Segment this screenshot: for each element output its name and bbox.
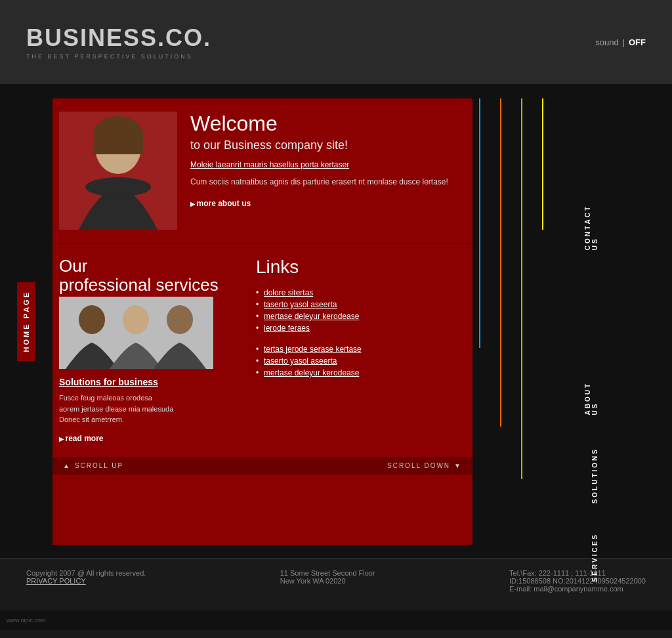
scroll-down-label: SCROLL DOWN xyxy=(387,462,450,469)
solutions-heading: Solutions for business xyxy=(59,377,243,387)
services-image xyxy=(59,297,213,369)
center-content: Welcome to our Business company site! Mo… xyxy=(52,98,472,545)
tab-about[interactable]: ABOUT US xyxy=(579,374,604,423)
team-photo xyxy=(59,297,213,369)
left-sidebar: HOME PAGE xyxy=(0,98,52,545)
link-item[interactable]: taserto yasol aseerta xyxy=(256,300,466,309)
scroll-bar: ▲ SCROLL UP SCROLL DOWN ▼ xyxy=(52,457,472,475)
sound-control[interactable]: sound | OFF xyxy=(595,37,646,47)
read-more-link[interactable]: read more xyxy=(59,434,104,443)
svg-point-7 xyxy=(123,305,149,334)
email-label: E-mail: mail@companynamme.com xyxy=(509,585,646,593)
welcome-image xyxy=(59,112,177,230)
person-illustration xyxy=(59,112,177,230)
sound-label: sound xyxy=(595,37,618,47)
tab-contact[interactable]: CONTACT US xyxy=(579,197,604,258)
tab-services[interactable]: SERVICES xyxy=(586,525,604,589)
svg-point-4 xyxy=(85,177,151,197)
sound-off-button[interactable]: OFF xyxy=(629,37,646,47)
welcome-subtitle: to our Business company site! xyxy=(190,138,459,152)
services-title-line2: professional services xyxy=(59,275,219,295)
nav-lines xyxy=(479,98,543,545)
welcome-body: Cum sociis natnatibus agnis dis parturie… xyxy=(190,176,459,188)
home-page-label[interactable]: HOME PAGE xyxy=(17,282,35,361)
links-group-1: dolore sitertas taserto yasol aseerta me… xyxy=(256,288,466,333)
tel-label: Tel.\Fax: 222-1111 ; 111-1111 xyxy=(509,569,646,577)
welcome-text: Welcome to our Business company site! Mo… xyxy=(190,112,459,230)
footer: Copyright 2007 @ All rights reserved. PR… xyxy=(0,558,672,610)
welcome-link[interactable]: Moleie laeanrit mauris hasellus porta ke… xyxy=(190,160,459,169)
privacy-policy-link[interactable]: PRIVACY POLICY xyxy=(26,577,86,585)
id-label: ID:15088508 NO:20141224095024522000 xyxy=(509,577,646,585)
footer-contact: Tel.\Fax: 222-1111 ; 111-1111 ID:1508850… xyxy=(509,569,646,593)
link-item[interactable]: tertas jerode serase kertase xyxy=(256,345,466,354)
services-column: Our professional services xyxy=(59,257,243,444)
logo-title: BUSINESS.CO. xyxy=(26,24,211,52)
link-item[interactable]: lerode feraes xyxy=(256,324,466,333)
address-line2: New York WA 02020 xyxy=(280,577,375,585)
svg-point-8 xyxy=(167,305,193,334)
services-links-section: Our professional services xyxy=(52,244,472,457)
logo-subtitle: THE BEST PERSPECTIVE SOLUTIONS xyxy=(26,53,211,60)
link-item[interactable]: dolore sitertas xyxy=(256,288,466,297)
main-wrapper: HOME PAGE xyxy=(0,85,672,558)
scroll-up-arrow: ▲ xyxy=(63,462,71,469)
footer-copyright: Copyright 2007 @ All rights reserved. PR… xyxy=(26,569,146,585)
watermark-bar: www.nipic.com xyxy=(0,610,672,630)
sound-divider: | xyxy=(623,37,625,47)
more-about-link[interactable]: more about us xyxy=(190,199,251,208)
svg-point-6 xyxy=(79,305,105,334)
links-group-2: tertas jerode serase kertase taserto yas… xyxy=(256,345,466,377)
services-title-line1: Our xyxy=(59,256,87,276)
link-item[interactable]: mertase deleyur kerodease xyxy=(256,368,466,377)
scroll-up-label: SCROLL UP xyxy=(75,462,123,469)
scroll-up-button[interactable]: ▲ SCROLL UP xyxy=(63,462,123,469)
links-column: Links dolore sitertas taserto yasol asee… xyxy=(256,257,466,444)
address-line1: 11 Some Street Second Floor xyxy=(280,569,375,577)
welcome-title: Welcome xyxy=(190,112,459,136)
svg-rect-3 xyxy=(93,135,143,154)
scroll-down-arrow: ▼ xyxy=(454,462,462,469)
nav-line-green xyxy=(521,98,522,479)
footer-address: 11 Some Street Second Floor New York WA … xyxy=(280,569,375,585)
header: BUSINESS.CO. THE BEST PERSPECTIVE SOLUTI… xyxy=(0,0,672,85)
nav-line-orange xyxy=(500,98,501,427)
scroll-down-button[interactable]: SCROLL DOWN ▼ xyxy=(387,462,462,469)
welcome-section: Welcome to our Business company site! Mo… xyxy=(52,98,472,244)
solutions-body: Fusce feug maleoas orodesa aorem jertase… xyxy=(59,393,243,425)
right-sidebar: CONTACT US ABOUT US SOLUTIONS SERVICES xyxy=(472,98,604,545)
tab-solutions[interactable]: SOLUTIONS xyxy=(586,440,604,511)
nav-line-yellow xyxy=(542,98,543,230)
copyright-text: Copyright 2007 @ All rights reserved. xyxy=(26,569,146,577)
link-item[interactable]: mertase deleyur kerodease xyxy=(256,312,466,321)
welcome-image-placeholder xyxy=(59,112,177,230)
link-item[interactable]: taserto yasol aseerta xyxy=(256,356,466,366)
links-title: Links xyxy=(256,257,466,278)
services-title: Our professional services xyxy=(59,257,243,294)
watermark-text: www.nipic.com xyxy=(7,617,46,624)
logo-area: BUSINESS.CO. THE BEST PERSPECTIVE SOLUTI… xyxy=(26,24,211,60)
nav-line-blue xyxy=(479,98,480,348)
services-img-inner xyxy=(59,297,213,369)
